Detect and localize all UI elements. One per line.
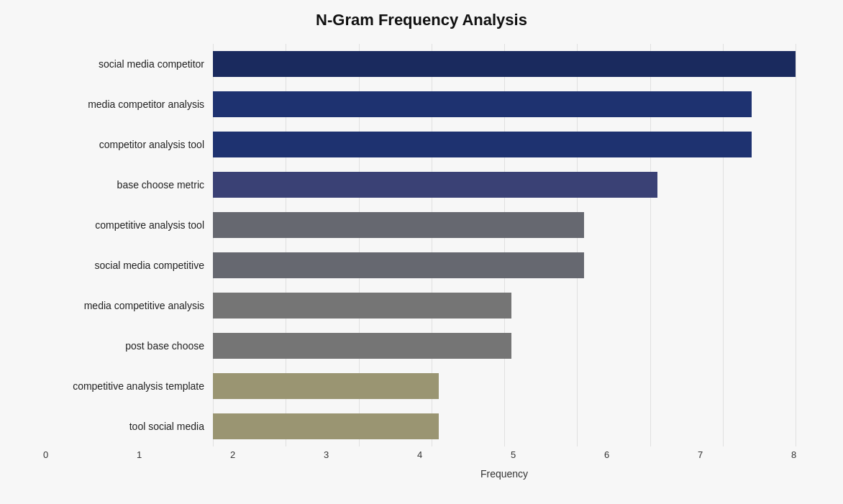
x-tick-label: 1	[137, 449, 142, 460]
chart-title: N-Gram Frequency Analysis	[47, 11, 796, 29]
x-tick-label: 2	[230, 449, 235, 460]
x-tick-label: 7	[698, 449, 703, 460]
x-tick-label: 8	[791, 449, 796, 460]
bar	[213, 51, 796, 77]
x-tick-label: 5	[511, 449, 516, 460]
x-tick-label: 3	[324, 449, 329, 460]
x-axis: 012345678	[47, 449, 796, 465]
bar-label: competitor analysis tool	[47, 124, 213, 165]
bar	[213, 172, 657, 198]
x-tick-label: 6	[604, 449, 609, 460]
bar	[213, 373, 439, 399]
bar	[213, 293, 511, 319]
x-tick-label: 4	[417, 449, 422, 460]
labels-column: social media competitormedia competitor …	[47, 44, 213, 446]
bar-label: competitive analysis template	[47, 366, 213, 406]
chart-main: social media competitormedia competitor …	[47, 44, 796, 446]
bar-label: media competitive analysis	[47, 285, 213, 326]
bar-label: social media competitive	[47, 245, 213, 285]
x-tick-label: 0	[43, 449, 48, 460]
chart-container: N-Gram Frequency Analysis social media c…	[26, 0, 817, 504]
grid-line	[796, 44, 796, 446]
bar	[213, 413, 439, 439]
bar	[213, 212, 584, 238]
bar	[213, 252, 584, 278]
x-axis-label: Frequency	[213, 468, 796, 480]
bar-label: social media competitor	[47, 44, 213, 84]
bars-column	[213, 44, 796, 446]
bar-label: base choose metric	[47, 165, 213, 205]
bar	[213, 333, 511, 359]
bar-label: tool social media	[47, 406, 213, 446]
bar-label: media competitor analysis	[47, 84, 213, 124]
bar-label: post base choose	[47, 326, 213, 366]
bar	[213, 132, 752, 157]
bar	[213, 91, 752, 117]
bar-label: competitive analysis tool	[47, 205, 213, 245]
